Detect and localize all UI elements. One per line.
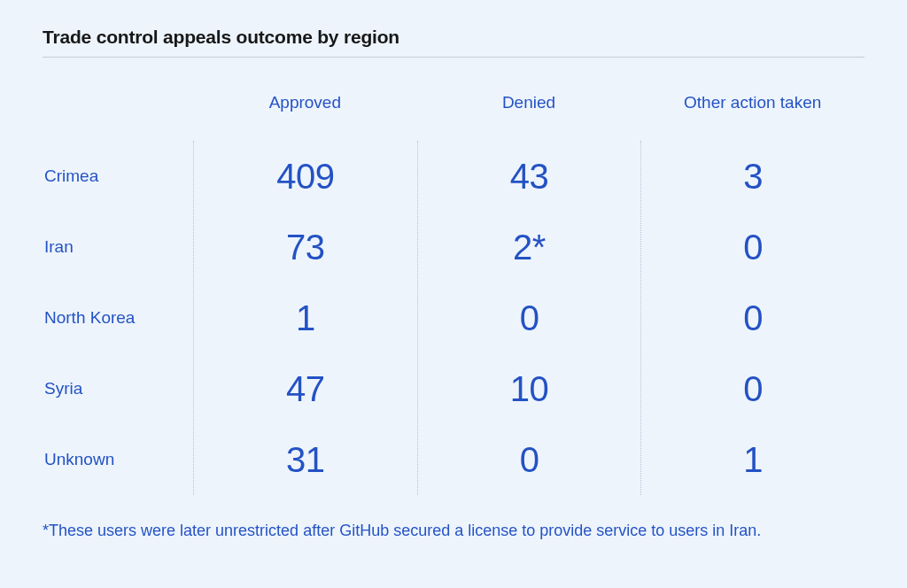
row-labels-column: Crimea Iran North Korea Syria Unknown [43, 141, 193, 495]
denied-column: 43 2* 0 10 0 [417, 141, 641, 495]
table-header-row: Approved Denied Other action taken [43, 93, 864, 112]
data-cell: 0 [641, 282, 864, 353]
row-label: North Korea [43, 282, 193, 353]
table-body: Crimea Iran North Korea Syria Unknown 40… [43, 141, 864, 495]
data-cell: 31 [194, 424, 417, 495]
data-cell: 10 [418, 353, 641, 424]
row-label: Crimea [43, 141, 193, 212]
footnote: *These users were later unrestricted aft… [43, 522, 864, 540]
column-header-approved: Approved [193, 93, 417, 112]
other-column: 3 0 0 0 1 [640, 141, 864, 495]
data-cell: 0 [418, 282, 641, 353]
data-cell: 2* [418, 212, 641, 282]
appeals-table: Approved Denied Other action taken Crime… [43, 93, 864, 495]
row-label: Unknown [43, 424, 193, 495]
data-cell: 409 [194, 141, 417, 212]
data-cell: 1 [641, 424, 864, 495]
data-cell: 73 [194, 212, 417, 282]
header-spacer [43, 93, 193, 112]
data-cell: 47 [194, 353, 417, 424]
data-cell: 1 [194, 282, 417, 353]
data-cell: 0 [418, 424, 641, 495]
row-label: Iran [43, 212, 193, 282]
data-cell: 0 [641, 212, 864, 282]
data-cell: 3 [641, 141, 864, 212]
data-cell: 0 [641, 353, 864, 424]
column-header-denied: Denied [417, 93, 641, 112]
column-header-other: Other action taken [640, 93, 864, 112]
table-title: Trade control appeals outcome by region [43, 27, 864, 58]
approved-column: 409 73 1 47 31 [193, 141, 417, 495]
data-cell: 43 [418, 141, 641, 212]
row-label: Syria [43, 353, 193, 424]
